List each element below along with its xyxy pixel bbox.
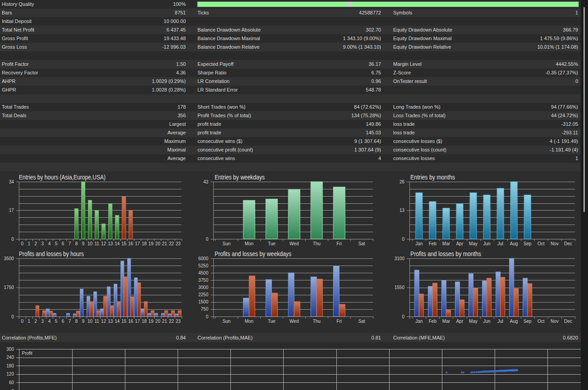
svg-text:Tue: Tue bbox=[268, 241, 276, 246]
svg-text:16: 16 bbox=[128, 241, 133, 246]
svg-text:19: 19 bbox=[148, 319, 154, 324]
svg-text:3100: 3100 bbox=[395, 256, 405, 261]
svg-text:4: 4 bbox=[48, 319, 51, 324]
svg-text:5: 5 bbox=[55, 241, 58, 246]
svg-text:240: 240 bbox=[6, 355, 14, 360]
svg-text:19: 19 bbox=[148, 241, 154, 246]
svg-text:6000: 6000 bbox=[198, 256, 209, 261]
svg-text:Sep: Sep bbox=[524, 241, 532, 246]
svg-text:13: 13 bbox=[108, 319, 113, 324]
svg-text:34: 34 bbox=[9, 179, 14, 184]
svg-text:Sun: Sun bbox=[223, 241, 231, 246]
svg-text:2: 2 bbox=[35, 241, 37, 246]
svg-text:0: 0 bbox=[21, 319, 24, 324]
svg-text:Sat: Sat bbox=[358, 241, 365, 246]
svg-text:May: May bbox=[469, 241, 478, 246]
svg-text:Jun: Jun bbox=[483, 241, 491, 246]
svg-text:4: 4 bbox=[48, 241, 51, 246]
svg-text:Wed: Wed bbox=[289, 319, 299, 324]
svg-text:9: 9 bbox=[82, 319, 85, 324]
svg-text:26: 26 bbox=[400, 179, 405, 184]
svg-text:Profits and losses by months: Profits and losses by months bbox=[410, 250, 481, 257]
svg-text:Feb: Feb bbox=[429, 319, 437, 324]
svg-text:17: 17 bbox=[9, 208, 14, 213]
svg-text:Fri: Fri bbox=[336, 319, 342, 324]
svg-text:Thu: Thu bbox=[313, 241, 321, 246]
svg-text:60: 60 bbox=[9, 380, 14, 385]
svg-text:Profits and losses by weekdays: Profits and losses by weekdays bbox=[215, 250, 291, 257]
svg-text:13: 13 bbox=[108, 241, 113, 246]
svg-text:10: 10 bbox=[87, 241, 93, 246]
svg-text:0: 0 bbox=[11, 237, 14, 242]
svg-text:5250: 5250 bbox=[198, 263, 209, 268]
svg-text:Entries by weekdays: Entries by weekdays bbox=[215, 173, 265, 181]
svg-text:Oct: Oct bbox=[537, 319, 545, 324]
svg-text:Sep: Sep bbox=[524, 319, 532, 324]
svg-text:0: 0 bbox=[11, 314, 14, 319]
svg-text:3000: 3000 bbox=[198, 285, 209, 290]
svg-text:0: 0 bbox=[402, 237, 404, 242]
svg-text:12: 12 bbox=[101, 241, 106, 246]
svg-text:18: 18 bbox=[142, 319, 147, 324]
svg-text:3750: 3750 bbox=[198, 278, 209, 283]
svg-text:11: 11 bbox=[94, 319, 99, 324]
svg-text:Profits and losses by hours: Profits and losses by hours bbox=[19, 250, 84, 257]
svg-text:20: 20 bbox=[155, 241, 161, 246]
svg-text:180: 180 bbox=[6, 363, 14, 368]
svg-text:Fri: Fri bbox=[336, 241, 342, 246]
svg-text:Sun: Sun bbox=[223, 319, 231, 324]
svg-text:10: 10 bbox=[87, 319, 93, 324]
svg-text:3: 3 bbox=[41, 319, 44, 324]
svg-text:12: 12 bbox=[101, 319, 106, 324]
svg-text:8: 8 bbox=[75, 319, 78, 324]
svg-text:11: 11 bbox=[94, 241, 99, 246]
svg-text:1500: 1500 bbox=[198, 299, 209, 304]
svg-text:3: 3 bbox=[41, 241, 44, 246]
svg-text:Jan: Jan bbox=[415, 319, 423, 324]
svg-text:1: 1 bbox=[28, 241, 31, 246]
svg-text:1: 1 bbox=[28, 319, 31, 324]
svg-text:Entries by months: Entries by months bbox=[410, 173, 455, 181]
svg-text:21: 21 bbox=[162, 241, 167, 246]
svg-text:Sat: Sat bbox=[358, 319, 365, 324]
svg-text:22: 22 bbox=[169, 241, 174, 246]
svg-text:18: 18 bbox=[142, 241, 147, 246]
svg-text:Jan: Jan bbox=[415, 241, 423, 246]
svg-text:Mon: Mon bbox=[245, 241, 253, 246]
svg-text:21: 21 bbox=[162, 319, 167, 324]
svg-text:14: 14 bbox=[115, 241, 120, 246]
svg-text:23: 23 bbox=[175, 319, 181, 324]
svg-text:Mar: Mar bbox=[442, 319, 450, 324]
svg-text:0: 0 bbox=[402, 314, 404, 319]
svg-text:Dec: Dec bbox=[564, 319, 572, 324]
svg-text:Aug: Aug bbox=[510, 241, 518, 246]
svg-text:Jun: Jun bbox=[483, 319, 491, 324]
svg-text:300: 300 bbox=[6, 347, 14, 352]
svg-text:0: 0 bbox=[206, 237, 208, 242]
svg-text:0: 0 bbox=[11, 389, 14, 390]
svg-text:1750: 1750 bbox=[4, 285, 14, 290]
svg-text:0: 0 bbox=[206, 314, 208, 319]
svg-text:Apr: Apr bbox=[456, 241, 464, 246]
svg-text:2: 2 bbox=[35, 319, 37, 324]
svg-text:9: 9 bbox=[82, 241, 85, 246]
svg-text:Entries by hours (Asia,Europe,: Entries by hours (Asia,Europe,USA) bbox=[19, 173, 106, 181]
svg-text:7: 7 bbox=[69, 319, 71, 324]
svg-text:3500: 3500 bbox=[4, 256, 14, 261]
svg-text:Jul: Jul bbox=[497, 319, 503, 324]
svg-text:Aug: Aug bbox=[510, 319, 518, 324]
svg-text:6: 6 bbox=[62, 319, 64, 324]
svg-text:Nov: Nov bbox=[551, 319, 559, 324]
svg-text:43: 43 bbox=[203, 179, 209, 184]
svg-text:Oct: Oct bbox=[537, 241, 545, 246]
svg-text:5: 5 bbox=[55, 319, 58, 324]
svg-text:Dec: Dec bbox=[564, 241, 572, 246]
svg-text:17: 17 bbox=[135, 319, 140, 324]
svg-text:Wed: Wed bbox=[289, 241, 299, 246]
svg-text:750: 750 bbox=[201, 307, 208, 312]
svg-text:2250: 2250 bbox=[198, 292, 209, 297]
svg-text:15: 15 bbox=[121, 241, 127, 246]
svg-text:Feb: Feb bbox=[429, 241, 437, 246]
svg-text:Profit: Profit bbox=[22, 351, 33, 356]
svg-text:Tue: Tue bbox=[268, 319, 276, 324]
